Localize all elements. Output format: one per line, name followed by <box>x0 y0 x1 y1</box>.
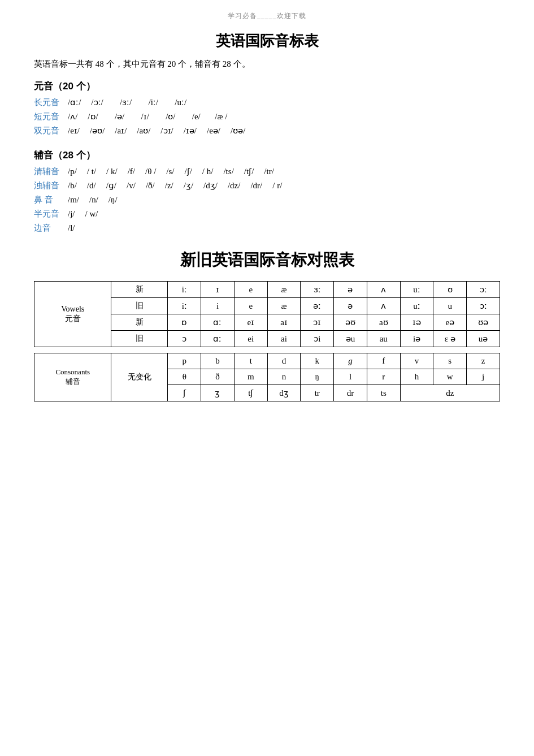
c3-7: ts <box>367 385 400 401</box>
short-vowels-row: 短元音 /ʌ/ /ɒ/ /ə/ /ɪ/ /ʊ/ /e/ /æ / <box>34 111 500 122</box>
sym-n: /n/ <box>89 195 98 205</box>
diphthongs-symbols: /eɪ/ /əʊ/ /aɪ/ /aʊ/ /ɔɪ/ /ɪə/ /eə/ /ʊə/ <box>68 126 245 136</box>
c1-10: z <box>467 353 500 369</box>
c2-6: l <box>334 369 367 385</box>
short-vowels-label: 短元音 <box>34 111 68 122</box>
consonants-section: 辅音（28 个） 清辅音 /p/ / t/ / k/ /f/ /θ / /s/ … <box>34 149 500 234</box>
c2-2: ð <box>201 369 235 385</box>
sym-ei: /eɪ/ <box>68 126 80 136</box>
c2-9: w <box>433 369 467 385</box>
sym-o-short: /ɒ/ <box>88 111 98 122</box>
v-old2-5: ɔi <box>301 331 334 347</box>
sym-dr: /dr/ <box>250 181 262 191</box>
sym-ts: /ts/ <box>223 167 233 176</box>
c2-3: m <box>234 369 267 385</box>
sym-v: /v/ <box>127 181 136 191</box>
main-title: 英语国际音标表 <box>34 31 500 51</box>
v-new2-6: əʊ <box>334 314 367 331</box>
sym-z: /z/ <box>165 181 173 191</box>
sym-i-long: /iː/ <box>142 97 158 107</box>
c3-5: tr <box>301 385 334 401</box>
sym-e-short: /e/ <box>185 112 200 122</box>
c3-6: dr <box>334 385 367 401</box>
sym-d: /d/ <box>87 181 96 191</box>
sym-a-short: /ʌ/ <box>68 111 77 122</box>
c1-8: v <box>400 353 433 369</box>
nasal-symbols: /m/ /n/ /ŋ/ <box>68 195 118 205</box>
v-new2-5: ɔɪ <box>301 314 334 331</box>
v-old2-1: ɔ <box>168 331 201 347</box>
long-vowels-symbols: /ɑː/ /ɔː/ /ɜː/ /iː/ /uː/ <box>68 97 186 107</box>
v-old2-3: ei <box>234 331 267 347</box>
v-old2-9: ε ə <box>433 331 467 347</box>
spacer-row <box>34 347 500 353</box>
v-new2-2: ɑː <box>201 314 235 331</box>
v-new2-7: aʊ <box>367 314 400 331</box>
v-old1-10: ɔː <box>467 298 500 314</box>
v-old1-7: ʌ <box>367 298 400 314</box>
vowels-old1-label: 旧 <box>111 298 168 314</box>
nasal-row: 鼻 音 /m/ /n/ /ŋ/ <box>34 195 500 205</box>
lateral-row: 边音 /l/ <box>34 223 500 234</box>
vowels-new2-label: 新 <box>111 314 168 331</box>
v-new1-6: ə <box>334 282 367 298</box>
v-old1-9: u <box>433 298 467 314</box>
long-vowels-label: 长元音 <box>34 97 68 108</box>
sym-au: /aʊ/ <box>137 126 150 136</box>
c2-10: j <box>467 369 500 385</box>
c2-4: n <box>267 369 301 385</box>
sym-ia: /ɪə/ <box>184 126 197 136</box>
sym-ai: /aɪ/ <box>115 126 127 136</box>
sym-g: /ɡ/ <box>106 180 116 191</box>
consonants-group-label: Consonants辅音 <box>34 353 111 401</box>
c1-1: p <box>168 353 201 369</box>
v-old2-7: au <box>367 331 400 347</box>
v-new2-1: ɒ <box>168 314 201 331</box>
v-new1-9: ʊ <box>433 282 467 298</box>
c3-4: dʒ <box>267 385 301 401</box>
sym-i-short: /ɪ/ <box>134 111 149 122</box>
v-old1-4: æ <box>267 298 301 314</box>
short-vowels-symbols: /ʌ/ /ɒ/ /ə/ /ɪ/ /ʊ/ /e/ /æ / <box>68 111 227 122</box>
sym-h: / h/ <box>202 167 214 176</box>
vowels-old2-label: 旧 <box>111 331 168 347</box>
lateral-symbols: /l/ <box>68 223 75 233</box>
sym-eth: /ð/ <box>146 181 155 191</box>
nasal-label: 鼻 音 <box>34 195 68 205</box>
sym-l: /l/ <box>68 223 75 233</box>
comparison-table: Vowels元音 新 iː ɪ e æ ɜː ə ʌ uː ʊ ɔː 旧 iː … <box>34 281 500 401</box>
sym-u-long: /uː/ <box>168 97 186 107</box>
lateral-label: 边音 <box>34 223 68 234</box>
vowels-group-label: Vowels元音 <box>34 282 111 347</box>
v-old1-5: əː <box>301 298 334 314</box>
c2-1: θ <box>168 369 201 385</box>
c3-3: tʃ <box>234 385 267 401</box>
v-old2-10: uə <box>467 331 500 347</box>
sym-a-long: /ɑː/ <box>68 97 81 107</box>
c1-7: f <box>367 353 400 369</box>
c2-5: ŋ <box>301 369 334 385</box>
v-new2-10: ʊə <box>467 314 500 331</box>
voiced-row: 浊辅音 /b/ /d/ /ɡ/ /v/ /ð/ /z/ /ʒ/ /dʒ/ /dz… <box>34 180 500 191</box>
c1-3: t <box>234 353 267 369</box>
voiceless-symbols: /p/ / t/ / k/ /f/ /θ / /s/ /ʃ/ / h/ /ts/… <box>68 166 274 176</box>
voiceless-row: 清辅音 /p/ / t/ / k/ /f/ /θ / /s/ /ʃ/ / h/ … <box>34 166 500 177</box>
semivowel-symbols: /j/ / w/ <box>68 209 98 219</box>
v-new1-7: ʌ <box>367 282 400 298</box>
no-change-label: 无变化 <box>111 353 168 401</box>
v-old1-1: iː <box>168 298 201 314</box>
sym-oi: /ɔɪ/ <box>160 126 173 136</box>
sym-t: / t/ <box>87 167 96 176</box>
semivowel-label: 半元音 <box>34 209 68 219</box>
sym-p: /p/ <box>68 167 77 176</box>
v-new2-9: eə <box>433 314 467 331</box>
v-new1-1: iː <box>168 282 201 298</box>
sym-j: /j/ <box>68 209 75 219</box>
diphthongs-label: 双元音 <box>34 126 68 136</box>
sym-ou: /əʊ/ <box>90 126 105 136</box>
sym-dzh: /dʒ/ <box>203 180 218 191</box>
sym-sh: /ʃ/ <box>185 166 192 176</box>
c1-5: k <box>301 353 334 369</box>
sym-zh: /ʒ/ <box>184 180 193 191</box>
v-old2-6: əu <box>334 331 367 347</box>
